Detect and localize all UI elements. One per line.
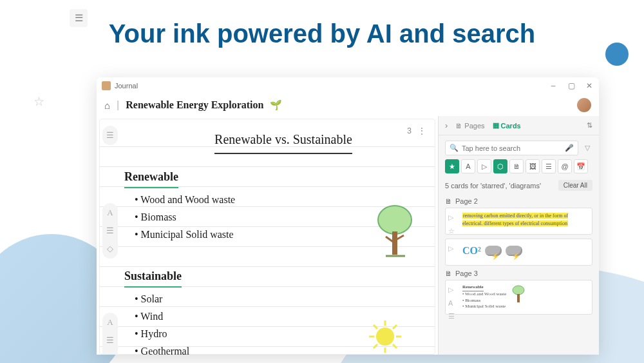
chip-text[interactable]: A <box>461 159 475 173</box>
result-card[interactable]: ▷ ☆ removing carbon emitted directly, or… <box>445 208 592 235</box>
note-title: Renewable vs. Sustainable <box>214 128 352 154</box>
tree-drawing <box>374 203 415 261</box>
shape-icon: ▷ <box>448 243 453 254</box>
swap-icon[interactable]: ⇅ <box>587 121 592 130</box>
chip-star[interactable]: ★ <box>445 159 459 173</box>
window-controls: – ▢ ✕ <box>549 81 594 90</box>
expand-panel-icon[interactable]: › <box>445 121 448 130</box>
search-row: 🔍 🎤 ▽ <box>445 141 592 155</box>
minimize-button[interactable]: – <box>549 81 558 90</box>
headline: Your ink powered by AI and search <box>0 19 644 48</box>
maximize-button[interactable]: ▢ <box>567 81 576 90</box>
canvas-tool-group-2: A ☰ ◇ <box>102 203 118 259</box>
filter-chips: ★ A ▷ ⬡ 🗎 🖼 ☰ @ 📅 <box>439 159 599 177</box>
cloud-icon: ⚡ <box>506 246 522 256</box>
tool-icon[interactable]: ☰ <box>106 128 114 142</box>
svg-point-0 <box>378 206 412 234</box>
clear-all-button[interactable]: Clear All <box>558 180 592 191</box>
list-tool-icon[interactable]: ☰ <box>106 333 114 348</box>
breadcrumb-separator: | <box>117 99 119 111</box>
page-number: 3 <box>407 124 412 137</box>
card-mini-list: Renewable • Wood and Wood waste • Biomas… <box>462 284 506 310</box>
results-summary: 5 cards for 'starred', 'diagrams' Clear … <box>439 177 599 195</box>
result-card[interactable]: ▷ CO² ⚡ ⚡ <box>445 239 592 266</box>
home-icon[interactable]: ⌂ <box>104 100 110 111</box>
tab-cards[interactable]: ▦ Cards <box>493 121 521 130</box>
section-head-renewable: Renewable <box>124 167 178 188</box>
canvas-tool-group-3: A ☰ ◇ <box>102 313 118 355</box>
text-tool-icon[interactable]: A <box>107 206 113 220</box>
close-button[interactable]: ✕ <box>585 81 594 90</box>
svg-line-13 <box>374 344 377 348</box>
app-name: Journal <box>115 82 138 90</box>
svg-line-12 <box>393 325 397 329</box>
cards-scroll[interactable]: 🗎 Page 2 ▷ ☆ removing carbon emitted dir… <box>439 195 599 355</box>
side-panel: › 🗎 Pages ▦ Cards ⇅ 🔍 🎤 ▽ ★ A ▷ ⬡ 🗎 � <box>438 116 599 355</box>
search-input[interactable] <box>462 144 562 152</box>
svg-point-14 <box>513 286 524 295</box>
page-group-label: 🗎 Page 2 <box>445 197 592 205</box>
canvas[interactable]: ☰ A ☰ ◇ A ☰ ◇ 3 ⋮ Renewable vs. Sustaina… <box>99 119 435 355</box>
star-icon: ☆ <box>448 226 455 237</box>
tab-pages[interactable]: 🗎 Pages <box>455 122 484 130</box>
svg-line-11 <box>393 344 397 348</box>
text-tool-icon[interactable]: A <box>107 315 113 329</box>
shape-icon: ▷ <box>448 212 455 223</box>
filter-icon[interactable]: ▽ <box>582 144 592 152</box>
results-text: 5 cards for 'starred', 'diagrams' <box>445 182 541 190</box>
titlebar: Journal – ▢ ✕ <box>97 77 599 94</box>
shape-tool-icon[interactable]: ◇ <box>107 242 113 256</box>
mic-icon[interactable]: 🎤 <box>565 144 574 152</box>
card-drawing: CO² ⚡ ⚡ <box>462 243 587 259</box>
app-icon <box>102 81 111 90</box>
list-icon: ☰ <box>448 311 455 322</box>
sun-drawing <box>368 319 402 354</box>
star-icon: ☆ <box>33 94 44 109</box>
chip-doc[interactable]: 🗎 <box>509 159 524 173</box>
app-window: Journal – ▢ ✕ ⌂ | Renewable Energy Explo… <box>97 77 599 355</box>
chip-shape[interactable]: ▷ <box>477 159 491 173</box>
shape-tool-icon[interactable]: ◇ <box>107 351 113 355</box>
mini-tree-icon <box>511 284 526 304</box>
search-box[interactable]: 🔍 🎤 <box>445 141 578 155</box>
panel-tabs: › 🗎 Pages ▦ Cards ⇅ <box>439 116 599 135</box>
result-card[interactable]: ▷ A ☰ Renewable • Wood and Wood waste • … <box>445 280 592 315</box>
list-item: Solar <box>135 290 423 308</box>
page-icon: 🗎 <box>445 197 452 205</box>
page-corner: 3 ⋮ <box>407 124 426 137</box>
chip-mention[interactable]: @ <box>558 159 572 173</box>
cloud-icon: ⚡ <box>485 246 502 256</box>
page-more-icon[interactable]: ⋮ <box>418 124 426 137</box>
section-head-sustainable: Sustainable <box>124 266 182 288</box>
document-title: Renewable Energy Exploration <box>126 99 263 111</box>
page-group-label: 🗎 Page 3 <box>445 270 592 277</box>
co2-text: CO² <box>462 243 481 259</box>
card-text: removing carbon emitted directly, or in … <box>462 213 568 226</box>
chip-diagram[interactable]: ⬡ <box>493 159 507 173</box>
svg-point-5 <box>376 328 394 346</box>
text-icon: A <box>448 298 455 309</box>
sprout-icon: 🌱 <box>270 99 282 111</box>
search-icon: 🔍 <box>450 144 459 152</box>
svg-line-10 <box>374 325 377 329</box>
avatar[interactable] <box>577 98 591 112</box>
canvas-tool-group-1: ☰ <box>102 126 118 145</box>
chip-date[interactable]: 📅 <box>574 159 588 173</box>
breadcrumb: ⌂ | Renewable Energy Exploration 🌱 <box>97 94 599 116</box>
chip-image[interactable]: 🖼 <box>526 159 540 173</box>
list-tool-icon[interactable]: ☰ <box>106 224 114 238</box>
shape-icon: ▷ <box>448 284 455 295</box>
chip-list[interactable]: ☰ <box>542 159 556 173</box>
page-icon: 🗎 <box>445 270 452 277</box>
svg-rect-15 <box>517 294 520 302</box>
